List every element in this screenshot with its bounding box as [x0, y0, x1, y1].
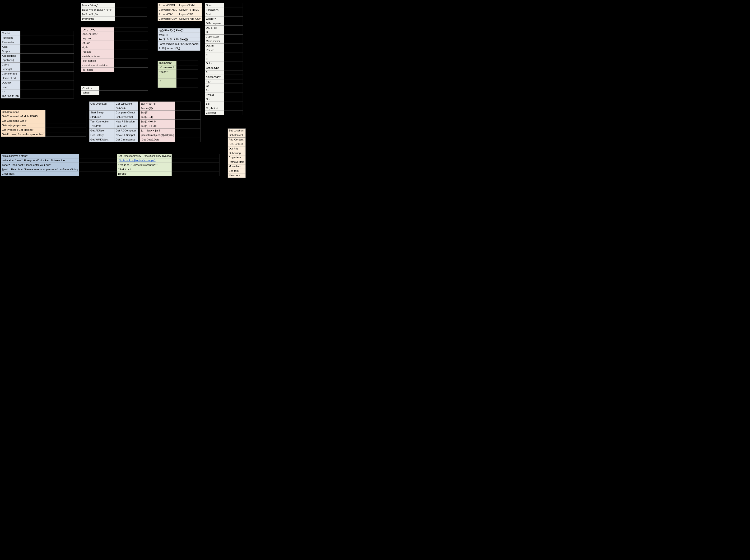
cell-t1-11-1 — [20, 80, 74, 85]
cell-t2-1-0: Get-Command -Module RGHS — [1, 114, 45, 119]
cell-t4-5-1 — [114, 49, 148, 54]
cell-t10-2-0: "`"test`"" — [158, 70, 176, 74]
cell-t11-17-0: Ihy,r — [205, 79, 224, 84]
cell-t4-2-0: -eq, -ne — [81, 36, 114, 41]
cell-t1-0-0: Cmdlet — [1, 31, 20, 36]
cell-t10-1-0: <#comment#> — [158, 65, 176, 70]
cell-t6-0-1: Get-WinEvent — [115, 102, 138, 106]
cell-t11-20-0: Pwd,gl — [205, 93, 224, 97]
cell-t2-0-1 — [45, 110, 86, 114]
cell-t11-2-1 — [224, 12, 243, 17]
cell-t7-3-1 — [175, 115, 201, 119]
cell-t6-4-0: Test-Connection — [89, 119, 115, 124]
cell-t11-11-1 — [224, 53, 243, 57]
cell-t2-1-1 — [45, 114, 86, 119]
cell-t10-4-1 — [177, 79, 198, 83]
cell-t1-10-0: Home / End — [1, 76, 20, 80]
cell-t14-3-0: .\Script.ps1 — [117, 167, 171, 172]
cell-t11-3-1 — [224, 17, 243, 21]
cell-t7-2-1 — [175, 111, 201, 115]
cell-t11-16-1 — [224, 75, 243, 79]
cell-t2-5-1 — [45, 132, 86, 137]
cell-t7-1-0: $arr = @() — [140, 106, 175, 111]
cell-t4-3-1 — [114, 41, 148, 45]
cell-t3-3-0: $var=[int]5 — [81, 17, 115, 21]
cell-t13-4-0: Clear-Host — [1, 172, 79, 176]
cell-t11-24-0: Cls,clear — [205, 111, 224, 115]
cell-t3-0-0: $var = "string" — [81, 3, 115, 7]
cell-t12-10-0: New-Item — [228, 173, 246, 178]
cell-t10-3-1 — [177, 74, 198, 79]
cell-t4-6-0: -match,-notmatch — [81, 54, 114, 59]
cell-t4-9-0: -in, -notin — [81, 68, 114, 72]
cell-t7-8-0: (Get-Date).Date — [140, 137, 175, 142]
cell-t11-13-0: Gcim — [205, 61, 224, 66]
cell-t1-1-0: Functions — [1, 36, 20, 40]
cell-t1-14-1 — [20, 94, 74, 98]
cell-t7-2-0: $arr[5] — [140, 111, 175, 115]
cell-t4-1-0: -and,-or,-not,! — [81, 32, 114, 36]
cell-t1-7-0: Ctrl+c — [1, 62, 20, 67]
cell-t11-6-1 — [224, 30, 243, 35]
cell-t7-0-1 — [175, 102, 201, 106]
cell-t1-3-0: Alias — [1, 45, 20, 49]
cell-t11-10-1 — [224, 48, 243, 53]
cell-t9-4-0: 1..10 | foreach{$_} — [158, 46, 200, 51]
cell-t11-4-0: Diff,compare — [205, 21, 224, 26]
cell-t1-8-0: Left/right — [1, 67, 20, 72]
script-path-link[interactable]: \\c-is-ts-91\c$\scripts\script.ps1 — [120, 159, 156, 162]
cell-t1-8-1 — [20, 67, 74, 72]
cell-t10-3-0: `t — [158, 74, 176, 79]
cell-t11-0-0: Gcm — [205, 3, 224, 7]
cell-t3-1-1 — [115, 7, 147, 12]
cell-t8-1-0: ConvertTo-XML — [158, 7, 178, 12]
cell-t7-5-0: $arr[1] += 200 — [140, 124, 175, 128]
cell-t10-1-1 — [177, 65, 198, 70]
cell-t14-2-0: &"\\c-is-ts-91\c$\scripts\script.ps1" — [117, 163, 171, 167]
cell-t1-14-0: Tab / Shift-Tab — [1, 94, 20, 98]
cell-t6-3-0: Start-Job — [89, 115, 115, 119]
cell-t1-13-0: F7 — [1, 89, 20, 94]
cell-t12-3-0: Set-Content — [228, 142, 246, 146]
cell-t1-2-0: Parameter — [1, 40, 20, 45]
cell-t8-1-1: ConvertTo-HTML — [178, 7, 202, 12]
cell-t1-11-0: Up/down — [1, 80, 20, 85]
cell-t10-0-1 — [177, 61, 198, 65]
cell-t1-9-1 — [20, 72, 74, 76]
cell-t11-10-0: Rni,ren — [205, 48, 224, 53]
cell-t7-4-0: $arr[1,4+6..9] — [140, 119, 175, 124]
cell-t3-2-0: $a,$b = $b,$a — [81, 12, 115, 17]
cell-t11-14-0: Cat,gc,type — [205, 66, 224, 70]
cell-t11-13-1 — [224, 61, 243, 66]
cell-t6-7-0: Get-History — [89, 133, 115, 137]
cell-t11-20-1 — [224, 93, 243, 97]
cell-t11-15-0: Sc — [205, 70, 224, 75]
cell-t11-19-0: Sp — [205, 88, 224, 93]
cell-t2-5-0: Get-Process| format-list -properties * — [1, 132, 45, 137]
cell-t11-14-1 — [224, 66, 243, 70]
cell-t11-11-0: Ft — [205, 53, 224, 57]
cell-t9-1-0: while(){} — [158, 33, 200, 37]
cell-t11-23-0: Cd,chdir,sl — [205, 106, 224, 111]
cell-t7-6-0: $z = $arA + $arB — [140, 128, 175, 133]
cell-t9-3-0: Foreach($file in dir C:\){$file.name} — [158, 42, 200, 46]
cell-t5-1-0: -WhatIf — [81, 91, 99, 95]
cell-t11-19-1 — [224, 88, 243, 93]
cell-t1-7-1 — [20, 62, 74, 67]
cell-t1-0-1 — [20, 31, 74, 36]
cell-t2-2-1 — [45, 119, 86, 123]
cell-t4-6-1 — [114, 54, 148, 59]
cell-t12-6-0: Copy-Item — [228, 155, 246, 160]
cell-t12-0-0: Set-Location — [228, 128, 246, 133]
cell-t11-12-0: Fl — [205, 57, 224, 61]
cell-t1-2-1 — [20, 40, 74, 45]
cell-t2-3-0: Get-help get-process — [1, 123, 45, 128]
cell-t14-1-1 — [172, 158, 220, 163]
cell-t11-22-1 — [224, 102, 243, 106]
cell-t11-8-0: Move,mv,mi — [205, 39, 224, 43]
cell-t11-7-0: Copy,cp,cpi — [205, 35, 224, 39]
cell-t8-2-1: Import-CSV — [178, 12, 202, 17]
cell-t4-3-0: -gt, -ge — [81, 41, 114, 45]
cell-t6-0-0: Get-EventLog — [89, 102, 115, 106]
cell-t11-16-0: h,history,ghy — [205, 75, 224, 79]
